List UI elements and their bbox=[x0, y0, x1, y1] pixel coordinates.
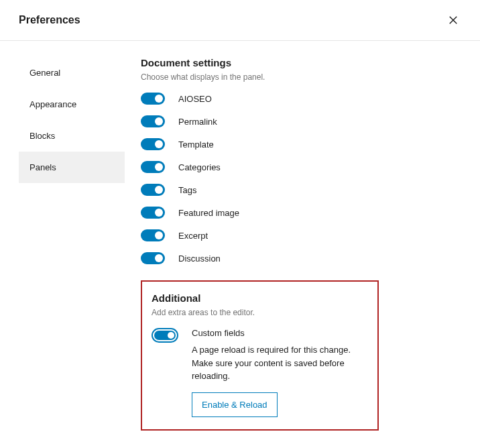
toggle-knob bbox=[155, 117, 163, 125]
toggle-knob bbox=[155, 140, 163, 148]
modal-title: Preferences bbox=[19, 14, 80, 26]
toggle-label: Permalink bbox=[178, 117, 217, 127]
toggle-row-categories: Categories bbox=[141, 161, 461, 173]
toggle-categories[interactable] bbox=[141, 161, 165, 173]
toggle-label: Featured image bbox=[178, 208, 239, 218]
enable-reload-button[interactable]: Enable & Reload bbox=[192, 392, 278, 417]
toggle-knob bbox=[155, 95, 163, 103]
toggle-aioseo[interactable] bbox=[141, 93, 165, 105]
additional-desc: Add extra areas to the editor. bbox=[152, 308, 364, 317]
toggle-label: AIOSEO bbox=[178, 94, 212, 104]
toggle-custom-fields[interactable] bbox=[152, 328, 178, 343]
toggle-row-excerpt: Excerpt bbox=[141, 229, 461, 241]
tab-general[interactable]: General bbox=[19, 57, 125, 89]
preferences-tabs: General Appearance Blocks Panels bbox=[19, 57, 125, 431]
modal-header: Preferences bbox=[0, 0, 480, 41]
additional-highlight: Additional Add extra areas to the editor… bbox=[141, 280, 379, 431]
document-settings-title: Document settings bbox=[141, 57, 461, 68]
toggle-knob bbox=[155, 231, 163, 239]
additional-title: Additional bbox=[152, 292, 364, 304]
toggle-tags[interactable] bbox=[141, 184, 165, 196]
tab-label: General bbox=[29, 68, 60, 78]
custom-fields-col: Custom fields A page reload is required … bbox=[192, 328, 364, 417]
toggle-row-template: Template bbox=[141, 138, 461, 150]
toggle-label: Discussion bbox=[178, 254, 221, 264]
toggle-label: Custom fields bbox=[192, 328, 364, 338]
modal-content: General Appearance Blocks Panels Documen… bbox=[0, 41, 480, 431]
toggle-row-aioseo: AIOSEO bbox=[141, 93, 461, 105]
toggle-label: Categories bbox=[178, 162, 221, 172]
tab-blocks[interactable]: Blocks bbox=[19, 120, 125, 152]
toggle-row-featured-image: Featured image bbox=[141, 207, 461, 219]
toggle-knob bbox=[155, 209, 163, 217]
toggle-label: Template bbox=[178, 139, 214, 150]
toggle-featured-image[interactable] bbox=[141, 207, 165, 219]
tab-label: Blocks bbox=[29, 131, 55, 141]
toggle-row-permalink: Permalink bbox=[141, 115, 461, 127]
toggle-knob bbox=[155, 163, 163, 171]
close-button[interactable] bbox=[445, 12, 461, 28]
tab-label: Panels bbox=[29, 162, 56, 172]
custom-fields-note: A page reload is required for this chang… bbox=[192, 343, 364, 383]
toggle-knob bbox=[155, 254, 163, 262]
close-icon bbox=[447, 14, 459, 26]
toggle-excerpt[interactable] bbox=[141, 229, 165, 241]
document-settings-desc: Choose what displays in the panel. bbox=[141, 72, 461, 82]
toggle-label: Tags bbox=[178, 185, 196, 195]
toggle-knob bbox=[168, 332, 174, 339]
toggle-template[interactable] bbox=[141, 138, 165, 150]
toggle-row-custom-fields: Custom fields A page reload is required … bbox=[152, 328, 364, 417]
panel-main: Document settings Choose what displays i… bbox=[125, 57, 480, 431]
toggle-knob bbox=[155, 186, 163, 194]
button-label: Enable & Reload bbox=[202, 400, 267, 410]
toggle-permalink[interactable] bbox=[141, 115, 165, 127]
toggle-label: Excerpt bbox=[178, 231, 208, 241]
toggle-row-discussion: Discussion bbox=[141, 252, 461, 264]
tab-appearance[interactable]: Appearance bbox=[19, 89, 125, 120]
toggle-discussion[interactable] bbox=[141, 252, 165, 264]
tab-label: Appearance bbox=[29, 99, 76, 109]
tab-panels[interactable]: Panels bbox=[19, 152, 125, 183]
toggle-row-tags: Tags bbox=[141, 184, 461, 196]
